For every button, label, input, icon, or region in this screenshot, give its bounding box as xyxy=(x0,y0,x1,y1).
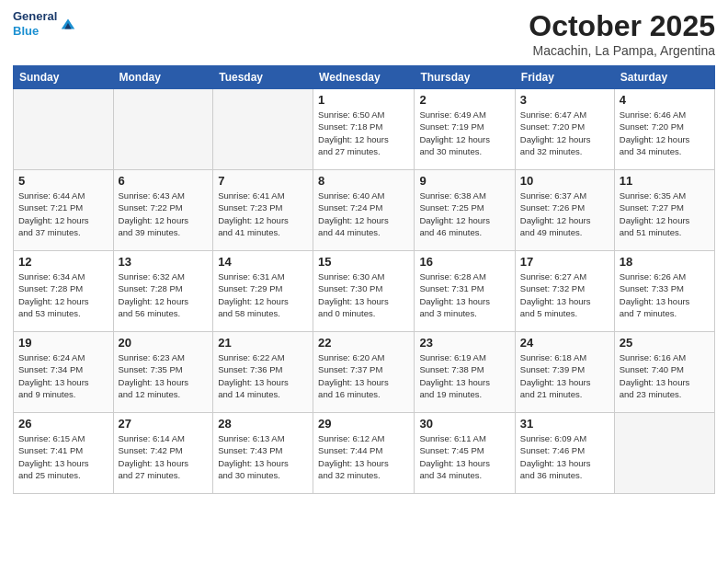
day-number: 28 xyxy=(218,417,308,431)
table-row: 3Sunrise: 6:47 AM Sunset: 7:20 PM Daylig… xyxy=(515,89,614,170)
day-number: 27 xyxy=(119,417,209,431)
day-number: 12 xyxy=(18,255,108,269)
table-row: 26Sunrise: 6:15 AM Sunset: 7:41 PM Dayli… xyxy=(14,413,114,494)
page-container: General Blue October 2025 Macachin, La P… xyxy=(0,0,728,563)
table-row: 9Sunrise: 6:38 AM Sunset: 7:25 PM Daylig… xyxy=(415,170,515,251)
logo: General Blue xyxy=(13,9,76,38)
table-row: 24Sunrise: 6:18 AM Sunset: 7:39 PM Dayli… xyxy=(515,332,614,413)
col-thursday: Thursday xyxy=(415,66,515,89)
calendar-table: Sunday Monday Tuesday Wednesday Thursday… xyxy=(13,65,715,494)
day-info: Sunrise: 6:11 AM Sunset: 7:45 PM Dayligh… xyxy=(419,432,509,481)
table-row: 10Sunrise: 6:37 AM Sunset: 7:26 PM Dayli… xyxy=(515,170,614,251)
day-number: 9 xyxy=(419,174,509,188)
day-number: 25 xyxy=(620,336,710,350)
table-row: 17Sunrise: 6:27 AM Sunset: 7:32 PM Dayli… xyxy=(515,251,614,332)
day-number: 2 xyxy=(419,93,509,107)
calendar-week-row: 19Sunrise: 6:24 AM Sunset: 7:34 PM Dayli… xyxy=(14,332,715,413)
day-info: Sunrise: 6:32 AM Sunset: 7:28 PM Dayligh… xyxy=(119,270,209,319)
table-row xyxy=(614,413,714,494)
day-number: 18 xyxy=(620,255,710,269)
day-info: Sunrise: 6:18 AM Sunset: 7:39 PM Dayligh… xyxy=(520,351,609,400)
table-row: 25Sunrise: 6:16 AM Sunset: 7:40 PM Dayli… xyxy=(614,332,714,413)
table-row: 29Sunrise: 6:12 AM Sunset: 7:44 PM Dayli… xyxy=(313,413,415,494)
table-row: 2Sunrise: 6:49 AM Sunset: 7:19 PM Daylig… xyxy=(415,89,515,170)
table-row: 23Sunrise: 6:19 AM Sunset: 7:38 PM Dayli… xyxy=(415,332,515,413)
day-number: 23 xyxy=(419,336,509,350)
day-info: Sunrise: 6:43 AM Sunset: 7:22 PM Dayligh… xyxy=(119,190,209,238)
calendar-week-row: 26Sunrise: 6:15 AM Sunset: 7:41 PM Dayli… xyxy=(14,413,715,494)
table-row: 21Sunrise: 6:22 AM Sunset: 7:36 PM Dayli… xyxy=(213,332,313,413)
table-row xyxy=(14,89,114,170)
day-info: Sunrise: 6:34 AM Sunset: 7:28 PM Dayligh… xyxy=(18,270,108,319)
table-row: 12Sunrise: 6:34 AM Sunset: 7:28 PM Dayli… xyxy=(14,251,114,332)
day-info: Sunrise: 6:12 AM Sunset: 7:44 PM Dayligh… xyxy=(318,432,409,481)
header: General Blue October 2025 Macachin, La P… xyxy=(13,9,715,58)
col-wednesday: Wednesday xyxy=(313,66,415,89)
day-info: Sunrise: 6:38 AM Sunset: 7:25 PM Dayligh… xyxy=(419,190,509,238)
table-row: 6Sunrise: 6:43 AM Sunset: 7:22 PM Daylig… xyxy=(113,170,213,251)
col-monday: Monday xyxy=(113,66,213,89)
calendar-week-row: 1Sunrise: 6:50 AM Sunset: 7:18 PM Daylig… xyxy=(14,89,715,170)
table-row: 15Sunrise: 6:30 AM Sunset: 7:30 PM Dayli… xyxy=(313,251,415,332)
table-row: 1Sunrise: 6:50 AM Sunset: 7:18 PM Daylig… xyxy=(313,89,415,170)
day-number: 1 xyxy=(318,93,409,107)
table-row: 16Sunrise: 6:28 AM Sunset: 7:31 PM Dayli… xyxy=(415,251,515,332)
col-friday: Friday xyxy=(515,66,614,89)
day-info: Sunrise: 6:44 AM Sunset: 7:21 PM Dayligh… xyxy=(18,190,108,238)
day-number: 24 xyxy=(520,336,609,350)
calendar-week-row: 5Sunrise: 6:44 AM Sunset: 7:21 PM Daylig… xyxy=(14,170,715,251)
day-info: Sunrise: 6:19 AM Sunset: 7:38 PM Dayligh… xyxy=(419,351,509,400)
table-row: 7Sunrise: 6:41 AM Sunset: 7:23 PM Daylig… xyxy=(213,170,313,251)
day-number: 7 xyxy=(218,174,308,188)
location-subtitle: Macachin, La Pampa, Argentina xyxy=(529,43,715,58)
day-info: Sunrise: 6:26 AM Sunset: 7:33 PM Dayligh… xyxy=(620,270,710,319)
day-number: 11 xyxy=(620,174,710,188)
day-number: 16 xyxy=(419,255,509,269)
table-row: 5Sunrise: 6:44 AM Sunset: 7:21 PM Daylig… xyxy=(14,170,114,251)
logo-icon xyxy=(60,16,76,32)
table-row: 31Sunrise: 6:09 AM Sunset: 7:46 PM Dayli… xyxy=(515,413,614,494)
day-info: Sunrise: 6:35 AM Sunset: 7:27 PM Dayligh… xyxy=(620,190,710,238)
day-info: Sunrise: 6:27 AM Sunset: 7:32 PM Dayligh… xyxy=(520,270,609,319)
day-number: 5 xyxy=(18,174,108,188)
table-row: 22Sunrise: 6:20 AM Sunset: 7:37 PM Dayli… xyxy=(313,332,415,413)
logo-text: General Blue xyxy=(13,9,57,38)
table-row: 18Sunrise: 6:26 AM Sunset: 7:33 PM Dayli… xyxy=(614,251,714,332)
table-row: 28Sunrise: 6:13 AM Sunset: 7:43 PM Dayli… xyxy=(213,413,313,494)
day-info: Sunrise: 6:50 AM Sunset: 7:18 PM Dayligh… xyxy=(318,109,409,157)
day-number: 29 xyxy=(318,417,409,431)
day-info: Sunrise: 6:31 AM Sunset: 7:29 PM Dayligh… xyxy=(218,270,308,319)
day-number: 17 xyxy=(520,255,609,269)
table-row: 14Sunrise: 6:31 AM Sunset: 7:29 PM Dayli… xyxy=(213,251,313,332)
table-row: 11Sunrise: 6:35 AM Sunset: 7:27 PM Dayli… xyxy=(614,170,714,251)
day-number: 4 xyxy=(620,93,710,107)
day-info: Sunrise: 6:46 AM Sunset: 7:20 PM Dayligh… xyxy=(620,109,710,157)
col-sunday: Sunday xyxy=(14,66,114,89)
table-row: 13Sunrise: 6:32 AM Sunset: 7:28 PM Dayli… xyxy=(113,251,213,332)
day-info: Sunrise: 6:37 AM Sunset: 7:26 PM Dayligh… xyxy=(520,190,609,238)
month-title: October 2025 xyxy=(529,9,715,43)
day-number: 20 xyxy=(119,336,209,350)
day-number: 3 xyxy=(520,93,609,107)
day-number: 6 xyxy=(119,174,209,188)
title-section: October 2025 Macachin, La Pampa, Argenti… xyxy=(529,9,715,58)
calendar-header-row: Sunday Monday Tuesday Wednesday Thursday… xyxy=(14,66,715,89)
day-number: 22 xyxy=(318,336,409,350)
day-info: Sunrise: 6:47 AM Sunset: 7:20 PM Dayligh… xyxy=(520,109,609,157)
day-info: Sunrise: 6:09 AM Sunset: 7:46 PM Dayligh… xyxy=(520,432,609,481)
logo-line1: General xyxy=(13,9,57,24)
logo-line2: Blue xyxy=(13,24,57,39)
day-info: Sunrise: 6:30 AM Sunset: 7:30 PM Dayligh… xyxy=(318,270,409,319)
day-number: 13 xyxy=(119,255,209,269)
day-number: 26 xyxy=(18,417,108,431)
day-number: 14 xyxy=(218,255,308,269)
table-row xyxy=(213,89,313,170)
day-number: 19 xyxy=(18,336,108,350)
day-info: Sunrise: 6:24 AM Sunset: 7:34 PM Dayligh… xyxy=(18,351,108,400)
table-row: 20Sunrise: 6:23 AM Sunset: 7:35 PM Dayli… xyxy=(113,332,213,413)
day-number: 8 xyxy=(318,174,409,188)
table-row: 8Sunrise: 6:40 AM Sunset: 7:24 PM Daylig… xyxy=(313,170,415,251)
day-info: Sunrise: 6:23 AM Sunset: 7:35 PM Dayligh… xyxy=(119,351,209,400)
table-row xyxy=(113,89,213,170)
day-info: Sunrise: 6:40 AM Sunset: 7:24 PM Dayligh… xyxy=(318,190,409,238)
